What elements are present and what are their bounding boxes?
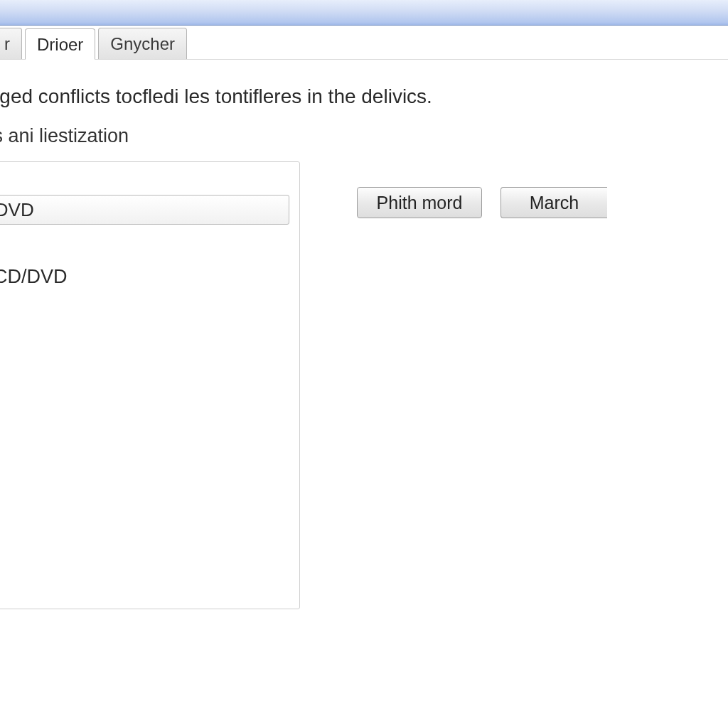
main-layout: ry CD/DVD /PSD Masic CD/DVD yDSD LDEC LD… [0, 161, 714, 609]
tab-partial[interactable]: r [0, 28, 22, 59]
tab-drioer[interactable]: Drioer [25, 28, 95, 60]
list-item[interactable]: Masic CD/DVD [0, 261, 299, 293]
category-dropdown[interactable]: CD/DVD [0, 195, 289, 225]
subheading-text: elts ani liestization [0, 125, 714, 147]
phith-mord-button[interactable]: Phith mord [357, 187, 482, 218]
window-titlebar [0, 0, 728, 26]
tab-content: lenged conflicts tocfledi les tontiflere… [0, 60, 728, 609]
client-area: r Drioer Gnycher lenged conflicts tocfle… [0, 26, 728, 728]
dropdown-value: CD/DVD [0, 199, 34, 221]
tab-strip: r Drioer Gnycher [0, 26, 728, 60]
march-button[interactable]: March [500, 187, 607, 218]
list-item[interactable]: LDEC [0, 325, 299, 357]
group-label: ry [0, 162, 299, 195]
list-item[interactable]: /PSD [0, 229, 299, 261]
category-panel: ry CD/DVD /PSD Masic CD/DVD yDSD LDEC LD… [0, 161, 300, 609]
button-panel: Phith mord March [357, 161, 589, 218]
tab-gnycher[interactable]: Gnycher [98, 28, 187, 59]
list-item[interactable]: yDSD [0, 293, 299, 325]
list-item[interactable]: LDES [0, 357, 299, 389]
list-item[interactable]: Nory [0, 389, 299, 421]
description-text: lenged conflicts tocfledi les tontiflere… [0, 85, 714, 108]
